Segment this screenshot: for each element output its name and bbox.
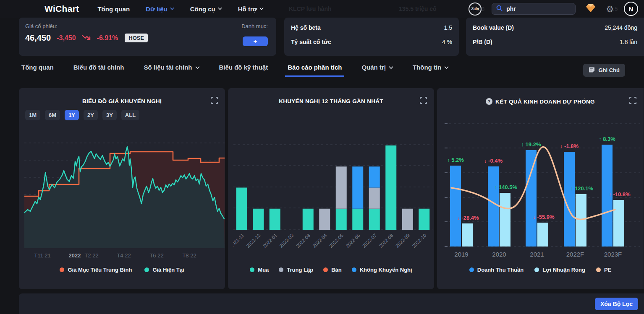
x-tick-label: 2022-06 xyxy=(345,233,361,249)
bar-segment xyxy=(253,209,264,230)
chevron-down-icon xyxy=(259,7,264,11)
profit-bar xyxy=(462,223,473,247)
bar-segment xyxy=(352,166,363,209)
x-tick-label: T4 22 xyxy=(117,252,131,259)
stat-row: Book value (D) 25,244 đồng xyxy=(473,23,637,33)
x-tick-label: 2021-12 xyxy=(245,233,261,249)
x-tick-label: 2022-09 xyxy=(395,233,411,249)
x-tick-label: T6 22 xyxy=(149,252,163,259)
growth-annotation: ↓ -0.4% xyxy=(484,158,503,164)
legend-item[interactable]: Không Khuyến Nghị xyxy=(352,267,412,273)
chevron-down-icon xyxy=(170,7,174,11)
chevron-down-icon xyxy=(444,65,448,70)
fullscreen-icon[interactable] xyxy=(211,97,218,106)
revenue-bar xyxy=(526,150,537,247)
tab-quan-tri[interactable]: Quản trị xyxy=(359,64,395,77)
fullscreen-icon[interactable] xyxy=(420,97,427,106)
legend-dot xyxy=(352,267,356,272)
range-2y-button[interactable]: 2Y xyxy=(84,110,98,120)
tab-tong-quan[interactable]: Tổng quan xyxy=(19,64,56,77)
forecast-panel: ? KẾT QUẢ KINH DOANH DỰ PHÓNG ↑ 5.2%↓ -2… xyxy=(437,88,644,289)
tab-thong-tin[interactable]: Thông tin xyxy=(410,64,451,77)
stock-price: 46,450 xyxy=(25,33,51,43)
panel-title: KHUYẾN NGHỊ 12 THÁNG GẦN NHẤT xyxy=(228,98,434,104)
gem-icon[interactable] xyxy=(586,3,596,14)
zalo-icon[interactable]: Zalo xyxy=(469,3,482,16)
exchange-badge: HOSE xyxy=(125,34,148,42)
legend-item[interactable]: Trung Lập xyxy=(279,267,313,273)
growth-annotation: ↑ 8.3% xyxy=(599,136,615,142)
x-tick-label: 2022-02 xyxy=(278,233,294,249)
tab-bieu-do-ky-thuat[interactable]: Biểu đồ kỹ thuật xyxy=(217,64,271,77)
x-tick-label: 2022-05 xyxy=(328,233,344,249)
x-tick-label: 2022F xyxy=(566,251,584,258)
stat-row: Hệ số beta 1.5 xyxy=(291,23,452,33)
growth-annotation: ↑ 140.5% xyxy=(495,184,518,190)
top-navbar: KLCP lưu hành 135.5 triệu cổ PEG 0.5 WiC… xyxy=(0,0,644,18)
search-input[interactable] xyxy=(506,5,565,12)
bar-segment xyxy=(369,188,380,209)
legend-label: PE xyxy=(604,267,611,273)
bar-segment xyxy=(336,209,347,230)
gear-icon[interactable]: ⚙ xyxy=(606,5,614,13)
range-6m-button[interactable]: 6M xyxy=(45,110,60,120)
x-tick-label: T11 21 xyxy=(34,252,51,259)
help-icon[interactable]: ? xyxy=(486,98,492,105)
avatar[interactable]: N xyxy=(624,2,638,16)
legend-item[interactable]: Bán xyxy=(323,267,342,273)
nav-item-tong-quan[interactable]: Tổng quan xyxy=(97,5,130,13)
tab-bieu-do-tai-chinh[interactable]: Biểu đồ tài chính xyxy=(71,64,127,77)
legend-item[interactable]: PE xyxy=(596,267,611,273)
chart-legend: Giá Mục Tiêu Trung BìnhGiá Hiện Tại xyxy=(19,267,225,273)
clipped-row-value: 135.5 triệu cổ xyxy=(399,5,437,12)
fullscreen-icon[interactable] xyxy=(629,97,636,106)
x-tick-label: 2019 xyxy=(454,251,468,258)
valuation-card: Book value (D) 25,244 đồng P/B (D) 1.8 l… xyxy=(466,18,644,56)
range-selector: 1M 6M 1Y 2Y 3Y ALL xyxy=(25,110,139,120)
legend-item[interactable]: Doanh Thu Thuần xyxy=(469,267,524,273)
x-tick-label: 2021 xyxy=(530,251,544,258)
profit-bar xyxy=(613,200,624,247)
growth-annotation: ↓ -1.8% xyxy=(560,143,579,149)
x-axis-labels: T11 212022T2 22T4 22T6 22T8 22 xyxy=(24,252,225,259)
x-tick-label: 2023F xyxy=(604,251,622,258)
price-change: -3,450 xyxy=(57,34,76,42)
legend-label: Doanh Thu Thuần xyxy=(477,267,524,273)
range-3y-button[interactable]: 3Y xyxy=(102,110,117,120)
growth-annotation: ↑ 5.2% xyxy=(447,157,464,163)
nav-item-du-lieu[interactable]: Dữ liệu xyxy=(146,5,174,13)
range-all-button[interactable]: ALL xyxy=(121,110,139,120)
legend-item[interactable]: Giá Mục Tiêu Trung Bình xyxy=(60,267,132,273)
growth-annotation: ↓ -28.4% xyxy=(457,215,479,221)
legend-label: Giá Mục Tiêu Trung Bình xyxy=(68,267,132,273)
tab-so-lieu-tai-chinh[interactable]: Số liệu tài chính xyxy=(141,64,202,77)
search-box[interactable] xyxy=(492,3,576,15)
bar-segment xyxy=(369,166,380,187)
x-tick-label: 2022-04 xyxy=(312,233,328,249)
nav-item-ho-tro[interactable]: Hỗ trợ xyxy=(238,5,264,13)
bar-segment xyxy=(303,209,314,230)
stats-card: Hệ số beta 1.5 Tỷ suất cổ tức 4 % xyxy=(284,18,459,56)
legend-label: Không Khuyến Nghị xyxy=(360,267,412,273)
tab-bao-cao-phan-tich[interactable]: Báo cáo phân tích xyxy=(285,64,344,77)
growth-annotation: ↑ 19.2% xyxy=(521,141,541,148)
range-1y-button[interactable]: 1Y xyxy=(65,110,79,120)
range-1m-button[interactable]: 1M xyxy=(25,110,40,120)
legend-item[interactable]: Lợi Nhuận Ròng xyxy=(534,267,585,273)
nav-item-cong-cu[interactable]: Công cụ xyxy=(190,5,222,13)
add-to-portfolio-button[interactable]: + xyxy=(243,36,268,46)
legend-item[interactable]: Giá Hiện Tại xyxy=(144,267,184,273)
legend-item[interactable]: Mua xyxy=(250,267,269,273)
legend-dot xyxy=(534,267,539,272)
app-logo[interactable]: WiChart xyxy=(45,4,79,14)
stat-row: P/B (D) 1.8 lần xyxy=(473,37,637,47)
revenue-bar xyxy=(488,166,499,247)
notes-button[interactable]: Ghi Chú xyxy=(583,64,625,77)
legend-label: Trung Lập xyxy=(287,267,313,273)
legend-dot xyxy=(596,267,601,272)
x-tick-label: 2022-08 xyxy=(378,233,394,249)
legend-dot xyxy=(144,267,149,272)
bar-segment xyxy=(419,209,429,230)
x-tick-label: 2022-10 xyxy=(411,233,427,249)
clear-filter-button[interactable]: Xóa Bộ Lọc xyxy=(595,298,638,310)
